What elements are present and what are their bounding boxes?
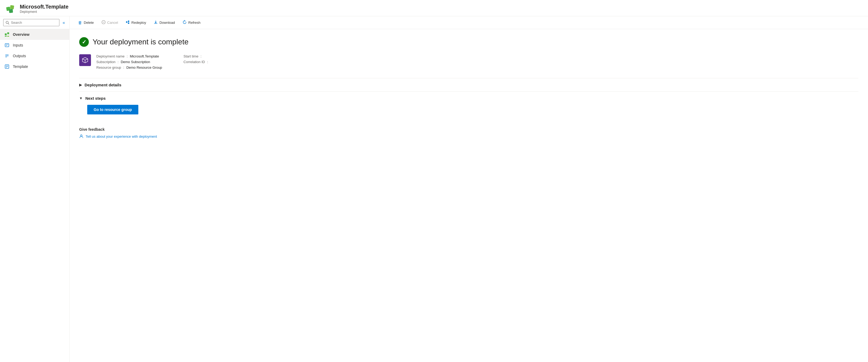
main-content: ✓ Your deployment is complete Deploymen [69,29,868,362]
resource-group-value: Demo Resource Group [126,66,162,69]
field-subscription: Subscription : Demo Subscription [96,60,162,64]
svg-rect-5 [5,33,7,35]
success-icon: ✓ [79,37,89,47]
sidebar-item-outputs[interactable]: Outputs [0,51,69,61]
expand-down-icon: ▼ [79,96,83,100]
field-start-time: Start time : [184,54,249,58]
svg-line-4 [8,23,9,24]
field-deployment-name: Deployment name : Microsoft.Template [96,54,162,58]
refresh-icon [183,20,187,25]
deployment-complete-title: Your deployment is complete [93,38,189,46]
sidebar-item-template[interactable]: Template [0,61,69,72]
download-button[interactable]: Download [150,19,178,27]
field-correlation-id: Correlation ID : [184,60,249,64]
svg-rect-8 [7,36,9,37]
svg-rect-7 [5,36,7,37]
deployment-name-value: Microsoft.Template [130,54,159,58]
svg-rect-23 [128,23,129,24]
template-icon [4,64,10,69]
sidebar-item-label-inputs: Inputs [13,43,23,47]
next-steps-content: Go to resource group [79,101,858,114]
header: Microsoft.Template Deployment [0,0,868,16]
inputs-icon [4,42,10,48]
box-icon [81,57,89,64]
delete-icon: 🗑 [78,20,82,25]
feedback-title: Give feedback [79,127,858,132]
deployment-info: Deployment name : Microsoft.Template Sta… [79,54,858,69]
search-bar-row: « [0,16,69,29]
search-input[interactable] [11,21,57,25]
svg-rect-9 [5,43,9,47]
deployment-details-section: ▶ Deployment details [79,78,858,92]
cancel-button[interactable]: Cancel [98,19,121,27]
sidebar-item-label-outputs: Outputs [13,54,26,58]
correlation-id-label: Correlation ID [184,60,205,64]
sidebar-item-label-overview: Overview [13,32,29,37]
sidebar-item-inputs[interactable]: Inputs [0,40,69,51]
sidebar-item-overview[interactable]: Overview [0,29,69,40]
toolbar: 🗑 Delete Cancel [69,16,868,29]
redeploy-icon [125,20,130,25]
deployment-details-header[interactable]: ▶ Deployment details [79,83,858,87]
svg-point-27 [81,135,82,136]
app-logo [5,3,16,14]
expand-right-icon: ▶ [79,83,82,87]
deployment-name-label: Deployment name [96,54,125,58]
svg-rect-1 [10,5,14,9]
next-steps-header[interactable]: ▼ Next steps [79,96,858,101]
svg-rect-21 [126,22,127,23]
main-layout: « Overview In [0,16,868,362]
sidebar: « Overview In [0,16,69,362]
outputs-icon [4,53,10,59]
svg-rect-22 [128,21,129,22]
feedback-person-icon [79,134,84,138]
go-to-resource-group-button[interactable]: Go to resource group [87,105,138,114]
start-time-label: Start time [184,54,198,58]
header-title-block: Microsoft.Template Deployment [20,3,68,13]
subscription-value: Demo Subscription [121,60,150,64]
collapse-sidebar-button[interactable]: « [62,19,66,26]
feedback-link-label: Tell us about your experience with deplo… [86,134,157,138]
delete-button[interactable]: 🗑 Delete [75,19,97,27]
redeploy-button[interactable]: Redeploy [122,19,149,27]
svg-rect-6 [7,32,9,34]
content-area: 🗑 Delete Cancel [69,16,868,362]
search-input-wrapper[interactable] [3,19,59,26]
search-icon [6,21,9,25]
field-resource-group: Resource group : Demo Resource Group [96,66,162,69]
app-title: Microsoft.Template [20,3,68,10]
feedback-section: Give feedback Tell us about your experie… [79,127,858,138]
download-icon [154,20,158,25]
feedback-link[interactable]: Tell us about your experience with deplo… [79,134,858,138]
next-steps-section: ▼ Next steps Go to resource group [79,92,858,119]
deployment-details-label: Deployment details [85,83,122,87]
app-subtitle: Deployment [20,10,68,13]
deployment-complete-banner: ✓ Your deployment is complete [79,37,858,47]
cancel-icon [101,20,106,25]
svg-rect-2 [9,9,13,13]
resource-group-label: Resource group [96,66,121,69]
sidebar-item-label-template: Template [13,64,28,69]
refresh-button[interactable]: Refresh [179,19,204,27]
next-steps-label: Next steps [85,96,106,101]
overview-icon [4,32,10,37]
deployment-fields: Deployment name : Microsoft.Template Sta… [96,54,249,69]
subscription-label: Subscription [96,60,116,64]
deployment-resource-icon [79,54,91,66]
